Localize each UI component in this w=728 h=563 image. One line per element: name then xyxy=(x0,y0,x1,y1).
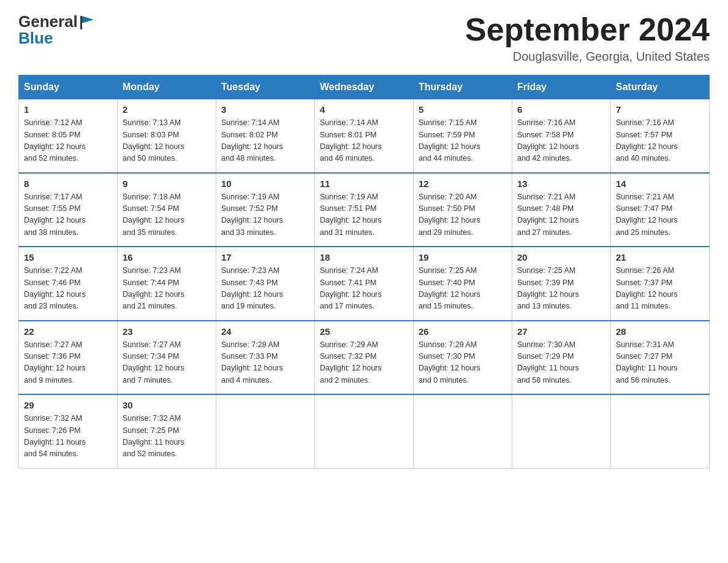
day-info: Sunrise: 7:32 AMSunset: 7:26 PMDaylight:… xyxy=(24,413,112,461)
day-number: 20 xyxy=(517,252,605,262)
day-number: 9 xyxy=(123,178,211,189)
day-info: Sunrise: 7:29 AMSunset: 7:30 PMDaylight:… xyxy=(419,339,507,387)
header-row: SundayMondayTuesdayWednesdayThursdayFrid… xyxy=(19,75,710,99)
calendar-cell: 8Sunrise: 7:17 AMSunset: 7:55 PMDaylight… xyxy=(19,173,118,247)
day-number: 1 xyxy=(24,104,112,115)
week-row-2: 8Sunrise: 7:17 AMSunset: 7:55 PMDaylight… xyxy=(19,173,710,247)
day-number: 16 xyxy=(123,252,211,262)
day-info: Sunrise: 7:23 AMSunset: 7:43 PMDaylight:… xyxy=(221,265,309,313)
calendar-cell: 14Sunrise: 7:21 AMSunset: 7:47 PMDayligh… xyxy=(611,173,710,247)
day-info: Sunrise: 7:21 AMSunset: 7:48 PMDaylight:… xyxy=(517,191,605,239)
day-number: 17 xyxy=(221,252,309,262)
calendar-cell: 21Sunrise: 7:26 AMSunset: 7:37 PMDayligh… xyxy=(611,247,710,321)
logo: General Blue xyxy=(18,12,96,48)
calendar-body: 1Sunrise: 7:12 AMSunset: 8:05 PMDaylight… xyxy=(19,99,710,469)
logo-flag-icon xyxy=(79,13,96,31)
calendar-cell: 28Sunrise: 7:31 AMSunset: 7:27 PMDayligh… xyxy=(611,321,710,395)
calendar-cell: 16Sunrise: 7:23 AMSunset: 7:44 PMDayligh… xyxy=(118,247,216,321)
day-info: Sunrise: 7:12 AMSunset: 8:05 PMDaylight:… xyxy=(24,117,112,165)
calendar-cell: 5Sunrise: 7:15 AMSunset: 7:59 PMDaylight… xyxy=(414,99,512,173)
day-info: Sunrise: 7:14 AMSunset: 8:02 PMDaylight:… xyxy=(221,117,309,165)
day-info: Sunrise: 7:20 AMSunset: 7:50 PMDaylight:… xyxy=(419,191,507,239)
day-info: Sunrise: 7:29 AMSunset: 7:32 PMDaylight:… xyxy=(320,339,408,387)
day-number: 29 xyxy=(24,400,112,410)
calendar-cell: 6Sunrise: 7:16 AMSunset: 7:58 PMDaylight… xyxy=(512,99,611,173)
day-number: 27 xyxy=(517,326,605,337)
header-day-saturday: Saturday xyxy=(611,75,710,99)
calendar-cell: 23Sunrise: 7:27 AMSunset: 7:34 PMDayligh… xyxy=(118,321,216,395)
location-title: Douglasville, Georgia, United States xyxy=(465,50,710,64)
day-info: Sunrise: 7:23 AMSunset: 7:44 PMDaylight:… xyxy=(123,265,211,313)
day-info: Sunrise: 7:16 AMSunset: 7:58 PMDaylight:… xyxy=(517,117,605,165)
header-day-thursday: Thursday xyxy=(414,75,512,99)
day-number: 28 xyxy=(616,326,704,337)
page-header: General Blue September 2024 Douglasville… xyxy=(18,12,710,64)
day-info: Sunrise: 7:19 AMSunset: 7:51 PMDaylight:… xyxy=(320,191,408,239)
day-number: 13 xyxy=(517,178,605,189)
logo-blue-text: Blue xyxy=(18,29,53,48)
day-info: Sunrise: 7:32 AMSunset: 7:25 PMDaylight:… xyxy=(123,413,211,461)
week-row-3: 15Sunrise: 7:22 AMSunset: 7:46 PMDayligh… xyxy=(19,247,710,321)
day-info: Sunrise: 7:31 AMSunset: 7:27 PMDaylight:… xyxy=(616,339,704,387)
calendar-cell: 22Sunrise: 7:27 AMSunset: 7:36 PMDayligh… xyxy=(19,321,118,395)
calendar-table: SundayMondayTuesdayWednesdayThursdayFrid… xyxy=(18,75,710,469)
day-number: 8 xyxy=(24,178,112,189)
day-info: Sunrise: 7:22 AMSunset: 7:46 PMDaylight:… xyxy=(24,265,112,313)
day-number: 4 xyxy=(320,104,408,115)
header-day-monday: Monday xyxy=(118,75,216,99)
calendar-cell: 15Sunrise: 7:22 AMSunset: 7:46 PMDayligh… xyxy=(19,247,118,321)
day-number: 5 xyxy=(419,104,507,115)
day-number: 22 xyxy=(24,326,112,337)
day-info: Sunrise: 7:14 AMSunset: 8:01 PMDaylight:… xyxy=(320,117,408,165)
calendar-cell: 10Sunrise: 7:19 AMSunset: 7:52 PMDayligh… xyxy=(216,173,315,247)
calendar-cell: 24Sunrise: 7:28 AMSunset: 7:33 PMDayligh… xyxy=(216,321,315,395)
day-number: 11 xyxy=(320,178,408,189)
day-info: Sunrise: 7:28 AMSunset: 7:33 PMDaylight:… xyxy=(221,339,309,387)
calendar-cell: 19Sunrise: 7:25 AMSunset: 7:40 PMDayligh… xyxy=(414,247,512,321)
calendar-cell: 18Sunrise: 7:24 AMSunset: 7:41 PMDayligh… xyxy=(315,247,414,321)
calendar-cell: 17Sunrise: 7:23 AMSunset: 7:43 PMDayligh… xyxy=(216,247,315,321)
day-info: Sunrise: 7:24 AMSunset: 7:41 PMDaylight:… xyxy=(320,265,408,313)
day-number: 19 xyxy=(419,252,507,262)
month-title: September 2024 xyxy=(465,12,710,47)
day-number: 7 xyxy=(616,104,704,115)
day-number: 26 xyxy=(419,326,507,337)
day-number: 10 xyxy=(221,178,309,189)
week-row-1: 1Sunrise: 7:12 AMSunset: 8:05 PMDaylight… xyxy=(19,99,710,173)
day-info: Sunrise: 7:25 AMSunset: 7:40 PMDaylight:… xyxy=(419,265,507,313)
calendar-header: SundayMondayTuesdayWednesdayThursdayFrid… xyxy=(19,75,710,99)
day-number: 18 xyxy=(320,252,408,262)
svg-marker-0 xyxy=(82,16,94,23)
day-info: Sunrise: 7:27 AMSunset: 7:36 PMDaylight:… xyxy=(24,339,112,387)
day-info: Sunrise: 7:18 AMSunset: 7:54 PMDaylight:… xyxy=(123,191,211,239)
calendar-cell: 1Sunrise: 7:12 AMSunset: 8:05 PMDaylight… xyxy=(19,99,118,173)
calendar-cell: 9Sunrise: 7:18 AMSunset: 7:54 PMDaylight… xyxy=(118,173,216,247)
day-info: Sunrise: 7:30 AMSunset: 7:29 PMDaylight:… xyxy=(517,339,605,387)
day-number: 2 xyxy=(123,104,211,115)
day-number: 21 xyxy=(616,252,704,262)
title-block: September 2024 Douglasville, Georgia, Un… xyxy=(465,12,710,64)
day-number: 25 xyxy=(320,326,408,337)
calendar-cell: 2Sunrise: 7:13 AMSunset: 8:03 PMDaylight… xyxy=(118,99,216,173)
calendar-cell: 29Sunrise: 7:32 AMSunset: 7:26 PMDayligh… xyxy=(19,394,118,468)
day-info: Sunrise: 7:27 AMSunset: 7:34 PMDaylight:… xyxy=(123,339,211,387)
calendar-cell: 26Sunrise: 7:29 AMSunset: 7:30 PMDayligh… xyxy=(414,321,512,395)
day-number: 30 xyxy=(123,400,211,410)
header-day-sunday: Sunday xyxy=(19,75,118,99)
calendar-cell: 3Sunrise: 7:14 AMSunset: 8:02 PMDaylight… xyxy=(216,99,315,173)
header-day-friday: Friday xyxy=(512,75,611,99)
calendar-cell: 25Sunrise: 7:29 AMSunset: 7:32 PMDayligh… xyxy=(315,321,414,395)
calendar-cell: 30Sunrise: 7:32 AMSunset: 7:25 PMDayligh… xyxy=(118,394,216,468)
calendar-cell xyxy=(216,394,315,468)
week-row-4: 22Sunrise: 7:27 AMSunset: 7:36 PMDayligh… xyxy=(19,321,710,395)
day-number: 15 xyxy=(24,252,112,262)
calendar-cell: 4Sunrise: 7:14 AMSunset: 8:01 PMDaylight… xyxy=(315,99,414,173)
day-info: Sunrise: 7:25 AMSunset: 7:39 PMDaylight:… xyxy=(517,265,605,313)
day-info: Sunrise: 7:26 AMSunset: 7:37 PMDaylight:… xyxy=(616,265,704,313)
calendar-cell: 11Sunrise: 7:19 AMSunset: 7:51 PMDayligh… xyxy=(315,173,414,247)
calendar-cell: 12Sunrise: 7:20 AMSunset: 7:50 PMDayligh… xyxy=(414,173,512,247)
day-number: 3 xyxy=(221,104,309,115)
header-day-tuesday: Tuesday xyxy=(216,75,315,99)
calendar-cell: 20Sunrise: 7:25 AMSunset: 7:39 PMDayligh… xyxy=(512,247,611,321)
day-info: Sunrise: 7:17 AMSunset: 7:55 PMDaylight:… xyxy=(24,191,112,239)
